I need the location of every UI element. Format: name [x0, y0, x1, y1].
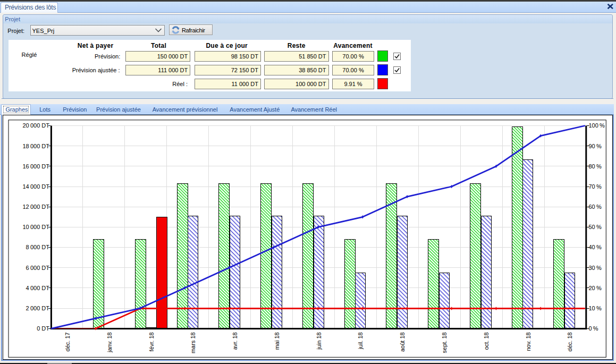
- svg-text:12 000 DT: 12 000 DT: [22, 204, 49, 210]
- svg-text:10 %: 10 %: [589, 305, 602, 311]
- svg-text:14 000 DT: 14 000 DT: [22, 183, 49, 190]
- svg-text:0 %: 0 %: [589, 325, 598, 332]
- svg-text:août 18: août 18: [399, 332, 406, 352]
- svg-text:4 000 DT: 4 000 DT: [26, 285, 50, 291]
- svg-text:18 000 DT: 18 000 DT: [22, 143, 49, 149]
- svg-text:juin 18: juin 18: [316, 332, 322, 350]
- svg-text:0 DT: 0 DT: [37, 325, 49, 332]
- svg-text:60 %: 60 %: [589, 204, 602, 210]
- svg-text:6 000 DT: 6 000 DT: [26, 265, 50, 271]
- svg-text:30 %: 30 %: [589, 265, 602, 271]
- svg-text:sept. 18: sept. 18: [441, 332, 448, 353]
- svg-text:juil. 18: juil. 18: [357, 332, 364, 350]
- svg-text:16 000 DT: 16 000 DT: [22, 163, 49, 170]
- svg-text:90 %: 90 %: [589, 143, 602, 149]
- svg-text:janv. 18: janv. 18: [106, 332, 113, 353]
- svg-text:nov. 18: nov. 18: [525, 332, 531, 351]
- svg-text:avr. 18: avr. 18: [232, 332, 238, 350]
- svg-text:déc. 18: déc. 18: [567, 332, 573, 351]
- svg-text:50 %: 50 %: [589, 224, 602, 230]
- svg-text:mai 18: mai 18: [274, 332, 280, 350]
- svg-text:10 000 DT: 10 000 DT: [22, 224, 49, 230]
- svg-text:80 %: 80 %: [589, 163, 602, 170]
- svg-text:mars 18: mars 18: [190, 332, 196, 353]
- svg-text:20 000 DT: 20 000 DT: [22, 122, 49, 129]
- svg-text:févr. 18: févr. 18: [148, 332, 155, 351]
- svg-text:20 %: 20 %: [589, 285, 602, 291]
- svg-text:oct. 18: oct. 18: [483, 332, 490, 350]
- svg-text:déc. 17: déc. 17: [64, 332, 71, 351]
- svg-text:40 %: 40 %: [589, 244, 602, 250]
- svg-text:8 000 DT: 8 000 DT: [26, 244, 50, 250]
- svg-text:70 %: 70 %: [589, 183, 602, 190]
- svg-text:100 %: 100 %: [589, 122, 605, 129]
- svg-text:2 000 DT: 2 000 DT: [26, 305, 50, 311]
